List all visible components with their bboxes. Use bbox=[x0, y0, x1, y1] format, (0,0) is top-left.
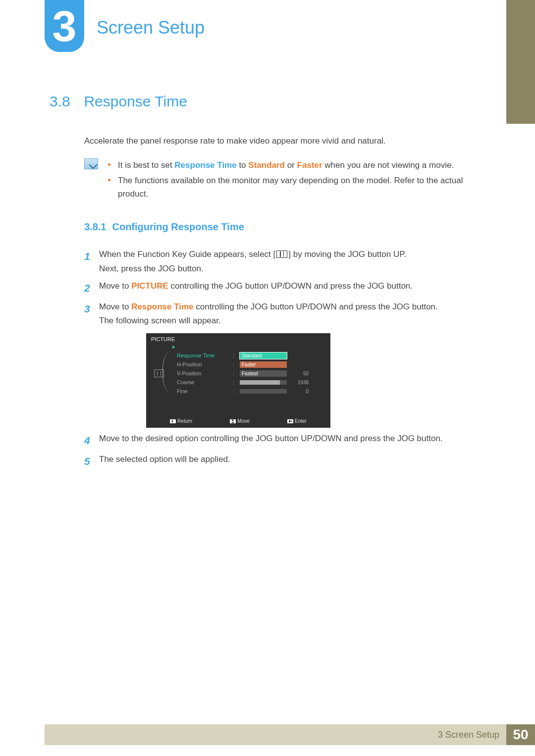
step-term: PICTURE bbox=[131, 281, 168, 291]
step-item: 5 The selected option will be applied. bbox=[84, 453, 495, 470]
osd-value: 1936 bbox=[291, 380, 309, 385]
osd-header: PICTURE bbox=[146, 333, 330, 344]
step-item: 4 Move to the desired option controlling… bbox=[84, 432, 495, 450]
osd-row: Fine : 0 bbox=[177, 387, 325, 396]
note-text: or bbox=[285, 160, 297, 170]
step-number: 2 bbox=[84, 279, 99, 297]
colon: : bbox=[233, 353, 236, 358]
step-text: The selected option will be applied. bbox=[99, 453, 495, 470]
chapter-title: Screen Setup bbox=[97, 17, 205, 38]
osd-label: Fine bbox=[177, 388, 229, 394]
step-text: Move to the desired option controlling t… bbox=[99, 432, 495, 450]
note-item: It is best to set Response Time to Stand… bbox=[107, 158, 495, 172]
step-text: controlling the JOG button UP/DOWN and p… bbox=[168, 281, 413, 291]
section-title: Response Time bbox=[84, 93, 187, 110]
step-number: 5 bbox=[84, 453, 99, 470]
osd-label: Response Time bbox=[177, 353, 229, 358]
menu-icon bbox=[276, 251, 287, 258]
osd-row: Coarse : 1936 bbox=[177, 378, 325, 387]
osd-row: Response Time : Standard bbox=[177, 351, 325, 360]
note-term: Standard bbox=[248, 160, 285, 170]
osd-slider bbox=[240, 389, 287, 394]
note-block: It is best to set Response Time to Stand… bbox=[84, 158, 495, 203]
step-text: When the Function Key Guide appears, sel… bbox=[99, 250, 275, 259]
subsection-title: Configuring Response Time bbox=[112, 221, 244, 232]
note-text: when you are not viewing a movie. bbox=[322, 160, 454, 170]
osd-label: H-Position bbox=[177, 361, 229, 367]
osd-label: V-Position bbox=[177, 370, 229, 376]
step-term: Response Time bbox=[131, 302, 193, 311]
note-term: Faster bbox=[297, 160, 322, 170]
note-item: The functions available on the monitor m… bbox=[107, 174, 495, 201]
osd-footer-return: Return bbox=[170, 418, 192, 424]
osd-footer: Return Move Enter bbox=[146, 415, 330, 425]
step-text: Move to bbox=[99, 281, 131, 291]
step-item: 2 Move to PICTURE controlling the JOG bu… bbox=[84, 279, 495, 297]
subsection-number: 3.8.1 bbox=[84, 221, 106, 232]
osd-option: Fastest bbox=[240, 370, 287, 377]
osd-footer-enter: Enter bbox=[287, 418, 307, 424]
note-text: It is best to set bbox=[118, 160, 174, 170]
osd-option-selected: Standard bbox=[240, 353, 287, 359]
osd-value: 0 bbox=[291, 389, 309, 394]
step-number: 3 bbox=[84, 300, 99, 329]
osd-footer-move: Move bbox=[230, 418, 249, 424]
osd-option: Faster bbox=[240, 361, 287, 368]
step-number: 4 bbox=[84, 432, 99, 450]
side-band bbox=[506, 0, 535, 124]
step-text: Move to bbox=[99, 302, 131, 311]
step-text: Next, press the JOG button. bbox=[99, 264, 204, 273]
section-intro: Accelerate the panel response rate to ma… bbox=[84, 135, 495, 148]
osd-row: V-Position : Fastest 50 bbox=[177, 369, 325, 378]
note-text: to bbox=[237, 160, 249, 170]
step-number: 1 bbox=[84, 248, 99, 276]
colon: : bbox=[233, 379, 236, 385]
note-term: Response Time bbox=[174, 160, 236, 170]
note-icon bbox=[84, 158, 98, 169]
colon: : bbox=[233, 361, 236, 367]
step-text: ] by moving the JOG button UP. bbox=[288, 250, 406, 259]
colon: : bbox=[233, 388, 236, 394]
svg-rect-6 bbox=[289, 420, 290, 422]
section-number: 3.8 bbox=[50, 93, 82, 110]
step-text: The following screen will appear. bbox=[99, 316, 221, 325]
osd-row: H-Position : Faster bbox=[177, 360, 325, 369]
page-footer: 3 Screen Setup 50 bbox=[45, 724, 535, 745]
osd-label: Coarse bbox=[177, 379, 229, 385]
osd-slider bbox=[240, 380, 287, 385]
osd-screenshot: PICTURE ▲ Response Time : Standard H-Pos… bbox=[146, 333, 330, 428]
step-item: 3 Move to Response Time controlling the … bbox=[84, 300, 495, 329]
step-item: 1 When the Function Key Guide appears, s… bbox=[84, 248, 495, 276]
osd-value: 50 bbox=[291, 371, 309, 376]
step-text: controlling the JOG button UP/DOWN and p… bbox=[194, 302, 438, 311]
picture-icon bbox=[154, 369, 164, 377]
footer-label: 3 Screen Setup bbox=[438, 730, 499, 740]
osd-up-arrow-icon: ▲ bbox=[146, 344, 330, 349]
colon: : bbox=[233, 370, 236, 376]
page-number: 50 bbox=[506, 724, 535, 745]
chapter-number-tab: 3 bbox=[45, 0, 84, 52]
subsection-heading: 3.8.1Configuring Response Time bbox=[84, 221, 495, 233]
